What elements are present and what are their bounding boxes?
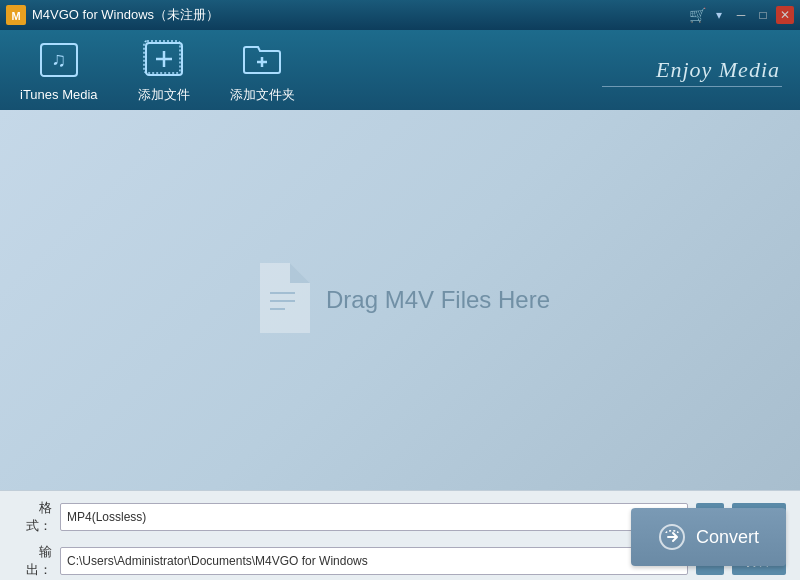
chevron-button[interactable]: ▾ <box>710 6 728 24</box>
convert-section: Convert <box>631 508 786 566</box>
svg-rect-7 <box>144 41 180 73</box>
svg-text:M: M <box>11 10 20 22</box>
brand-line <box>602 86 782 87</box>
brand-text: Enjoy Media <box>656 57 780 83</box>
output-label: 输出： <box>14 543 52 579</box>
convert-icon <box>658 523 686 551</box>
svg-marker-10 <box>260 263 310 333</box>
convert-button[interactable]: Convert <box>631 508 786 566</box>
drop-zone: Drag M4V Files Here <box>250 263 550 337</box>
titlebar-controls: 🛒 ▾ ─ □ ✕ <box>688 6 794 24</box>
cart-button[interactable]: 🛒 <box>688 6 706 24</box>
itunes-media-button[interactable]: ♫ iTunes Media <box>20 38 98 102</box>
add-folder-label: 添加文件夹 <box>230 86 295 104</box>
convert-label: Convert <box>696 527 759 548</box>
svg-text:♫: ♫ <box>51 48 66 70</box>
format-label: 格式： <box>14 499 52 535</box>
add-folder-button[interactable]: 添加文件夹 <box>230 37 295 104</box>
close-button[interactable]: ✕ <box>776 6 794 24</box>
add-file-button[interactable]: 添加文件 <box>138 37 190 104</box>
add-file-label: 添加文件 <box>138 86 190 104</box>
main-drop-area[interactable]: Drag M4V Files Here <box>0 110 800 490</box>
add-folder-icon <box>240 37 284 81</box>
minimize-button[interactable]: ─ <box>732 6 750 24</box>
drop-hint-text: Drag M4V Files Here <box>326 286 550 314</box>
output-input[interactable] <box>60 547 688 575</box>
drop-file-icon <box>250 263 310 337</box>
format-input[interactable] <box>60 503 688 531</box>
titlebar: M M4VGO for Windows（未注册） 🛒 ▾ ─ □ ✕ <box>0 0 800 30</box>
itunes-media-icon: ♫ <box>37 38 81 82</box>
itunes-media-label: iTunes Media <box>20 87 98 102</box>
titlebar-left: M M4VGO for Windows（未注册） <box>6 5 219 25</box>
app-title: M4VGO for Windows（未注册） <box>32 6 219 24</box>
svg-marker-11 <box>290 263 310 283</box>
add-file-icon <box>142 37 186 81</box>
app-logo-icon: M <box>6 5 26 25</box>
toolbar: ♫ iTunes Media 添加文件 添加文件夹 Enjoy Media <box>0 30 800 110</box>
restore-button[interactable]: □ <box>754 6 772 24</box>
bottom-panel: 格式： 设置 输出： + 打开 Convert <box>0 490 800 580</box>
